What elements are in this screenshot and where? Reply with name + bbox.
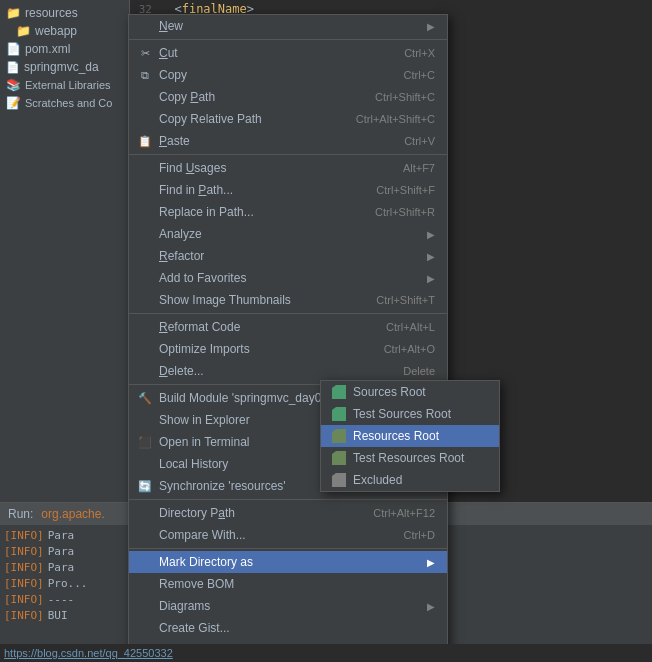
run-info: ---- xyxy=(48,593,75,606)
menu-item-copy-path[interactable]: Copy Path Ctrl+Shift+C xyxy=(129,86,447,108)
shortcut: Ctrl+X xyxy=(404,47,435,59)
paste-icon: 📋 xyxy=(137,133,153,149)
menu-item-find-in-path[interactable]: Find in Path... Ctrl+Shift+F xyxy=(129,179,447,201)
folder-icon: 📁 xyxy=(16,24,31,38)
shortcut: Ctrl+Alt+O xyxy=(384,343,435,355)
arrow-icon: ▶ xyxy=(427,273,435,284)
tree-item-webapp[interactable]: 📁 webapp xyxy=(0,22,129,40)
gist-icon xyxy=(137,620,153,636)
run-prefix: [INFO] xyxy=(4,529,44,542)
menu-separator xyxy=(129,499,447,500)
menu-item-add-favorites[interactable]: Add to Favorites ▶ xyxy=(129,267,447,289)
run-process: org.apache. xyxy=(41,507,104,521)
copy-icon: ⧉ xyxy=(137,67,153,83)
new-icon xyxy=(137,18,153,34)
menu-item-label: Add to Favorites xyxy=(159,271,417,285)
tree-item-label: pom.xml xyxy=(25,42,70,56)
tree-item-resources[interactable]: 📁 resources xyxy=(0,4,129,22)
menu-item-show-thumbnails[interactable]: Show Image Thumbnails Ctrl+Shift+T xyxy=(129,289,447,311)
thumbnails-icon xyxy=(137,292,153,308)
menu-item-label: Paste xyxy=(159,134,398,148)
menu-item-diagrams[interactable]: Diagrams ▶ xyxy=(129,595,447,617)
menu-item-refactor[interactable]: Refactor ▶ xyxy=(129,245,447,267)
menu-item-analyze[interactable]: Analyze ▶ xyxy=(129,223,447,245)
analyze-icon xyxy=(137,226,153,242)
url-bar[interactable]: https://blog.csdn.net/qq_42550332 xyxy=(0,644,652,662)
svg-marker-3 xyxy=(332,451,346,465)
context-menu: New ▶ ✂ Cut Ctrl+X ⧉ Copy Ctrl+C Copy Pa… xyxy=(128,14,448,662)
submenu-item-sources-root[interactable]: Sources Root xyxy=(321,381,499,403)
menu-item-optimize-imports[interactable]: Optimize Imports Ctrl+Alt+O xyxy=(129,338,447,360)
test-sources-root-icon xyxy=(331,406,347,422)
run-info: BUI xyxy=(48,609,68,622)
run-info: Para xyxy=(48,545,75,558)
menu-item-label: Copy Relative Path xyxy=(159,112,350,126)
find-in-path-icon xyxy=(137,182,153,198)
menu-item-cut[interactable]: ✂ Cut Ctrl+X xyxy=(129,42,447,64)
menu-item-label: Create Gist... xyxy=(159,621,435,635)
reformat-icon xyxy=(137,319,153,335)
scratch-icon: 📝 xyxy=(6,96,21,110)
tree-item-label: springmvc_da xyxy=(24,60,99,74)
svg-marker-1 xyxy=(332,407,346,421)
menu-item-label: Optimize Imports xyxy=(159,342,378,356)
sync-icon: 🔄 xyxy=(137,478,153,494)
run-prefix: [INFO] xyxy=(4,609,44,622)
arrow-icon: ▶ xyxy=(427,251,435,262)
menu-item-label: Refactor xyxy=(159,249,417,263)
excluded-icon xyxy=(331,472,347,488)
menu-item-compare-with[interactable]: Compare With... Ctrl+D xyxy=(129,524,447,546)
file-icon: 📄 xyxy=(6,61,20,74)
submenu-item-test-resources-root[interactable]: Test Resources Root xyxy=(321,447,499,469)
submenu-item-excluded[interactable]: Excluded xyxy=(321,469,499,491)
tree-item-pom[interactable]: 📄 pom.xml xyxy=(0,40,129,58)
shortcut: Ctrl+Alt+F12 xyxy=(373,507,435,519)
remove-bom-icon xyxy=(137,576,153,592)
tree-item-springmvc[interactable]: 📄 springmvc_da xyxy=(0,58,129,76)
menu-item-new[interactable]: New ▶ xyxy=(129,15,447,37)
submenu-item-test-sources-root[interactable]: Test Sources Root xyxy=(321,403,499,425)
shortcut: Ctrl+C xyxy=(404,69,435,81)
lib-icon: 📚 xyxy=(6,78,21,92)
submenu-item-label: Sources Root xyxy=(353,385,426,399)
arrow-icon: ▶ xyxy=(427,557,435,568)
compare-icon xyxy=(137,527,153,543)
replace-icon xyxy=(137,204,153,220)
menu-item-remove-bom[interactable]: Remove BOM xyxy=(129,573,447,595)
explorer-icon xyxy=(137,412,153,428)
menu-item-delete[interactable]: Delete... Delete xyxy=(129,360,447,382)
refactor-icon xyxy=(137,248,153,264)
menu-item-reformat[interactable]: Reformat Code Ctrl+Alt+L xyxy=(129,316,447,338)
tree-item-scratches[interactable]: 📝 Scratches and Co xyxy=(0,94,129,112)
menu-item-copy-relative-path[interactable]: Copy Relative Path Ctrl+Alt+Shift+C xyxy=(129,108,447,130)
tree-item-label: resources xyxy=(25,6,78,20)
shortcut: Ctrl+Shift+F xyxy=(376,184,435,196)
mark-dir-icon xyxy=(137,554,153,570)
shortcut: Ctrl+V xyxy=(404,135,435,147)
menu-item-create-gist[interactable]: Create Gist... xyxy=(129,617,447,639)
sources-root-icon xyxy=(331,384,347,400)
menu-item-label: Directory Path xyxy=(159,506,367,520)
menu-item-copy[interactable]: ⧉ Copy Ctrl+C xyxy=(129,64,447,86)
menu-separator xyxy=(129,154,447,155)
run-label: Run: xyxy=(8,507,33,521)
resources-root-icon xyxy=(331,428,347,444)
menu-item-label: Show Image Thumbnails xyxy=(159,293,370,307)
menu-item-label: New xyxy=(159,19,417,33)
svg-marker-4 xyxy=(332,473,346,487)
tree-item-ext-libs[interactable]: 📚 External Libraries xyxy=(0,76,129,94)
run-prefix: [INFO] xyxy=(4,577,44,590)
shortcut: Ctrl+D xyxy=(404,529,435,541)
url-text: https://blog.csdn.net/qq_42550332 xyxy=(4,647,173,659)
tree-item-label: Scratches and Co xyxy=(25,97,112,109)
menu-item-find-usages[interactable]: Find Usages Alt+F7 xyxy=(129,157,447,179)
svg-marker-2 xyxy=(332,429,346,443)
menu-item-mark-directory[interactable]: Mark Directory as ▶ xyxy=(129,551,447,573)
menu-item-directory-path[interactable]: Directory Path Ctrl+Alt+F12 xyxy=(129,502,447,524)
cut-icon: ✂ xyxy=(137,45,153,61)
menu-item-replace-in-path[interactable]: Replace in Path... Ctrl+Shift+R xyxy=(129,201,447,223)
submenu-item-resources-root[interactable]: Resources Root xyxy=(321,425,499,447)
menu-item-paste[interactable]: 📋 Paste Ctrl+V xyxy=(129,130,447,152)
menu-item-label: Reformat Code xyxy=(159,320,380,334)
terminal-icon: ⬛ xyxy=(137,434,153,450)
